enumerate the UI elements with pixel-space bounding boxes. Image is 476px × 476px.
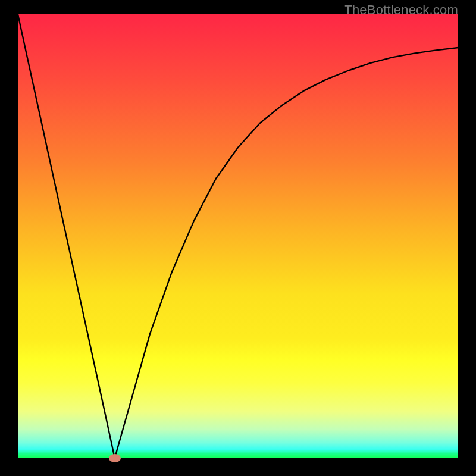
minimum-marker [109, 454, 121, 462]
bottleneck-curve [18, 14, 458, 458]
chart-container: TheBottleneck.com [0, 0, 476, 476]
plot-area [18, 14, 458, 458]
